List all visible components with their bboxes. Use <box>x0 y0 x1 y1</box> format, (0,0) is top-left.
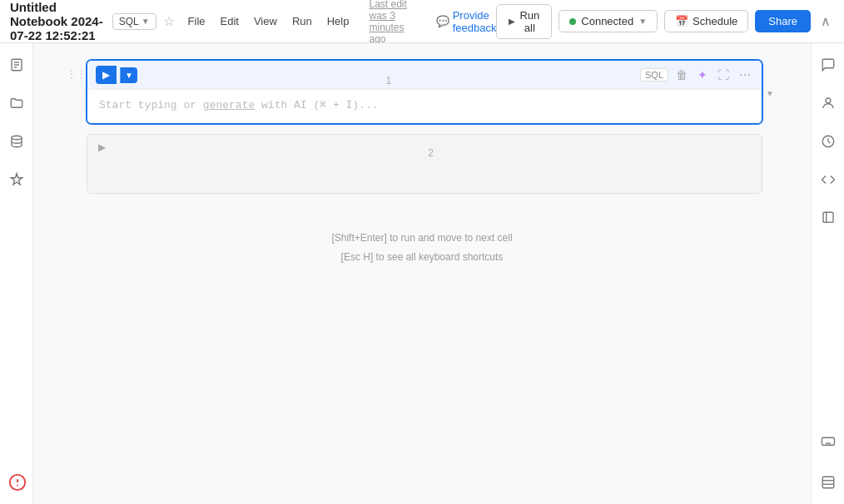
sidebar-icon-history[interactable] <box>817 130 840 153</box>
feedback-link[interactable]: 💬 Provide feedback <box>436 9 497 34</box>
cell-1-number: 1 <box>386 75 392 86</box>
sql-badge-label: SQL <box>119 16 139 27</box>
cell-1-run-dropdown-button[interactable]: ▼ <box>120 67 137 83</box>
notification-icon[interactable] <box>8 473 27 494</box>
generate-link[interactable]: generate <box>203 99 255 111</box>
cell-2-number: 2 <box>428 147 434 159</box>
cell-2-run-button[interactable]: ▶ <box>96 140 108 155</box>
feedback-label: Provide feedback <box>453 9 497 34</box>
menu-view[interactable]: View <box>247 12 284 31</box>
share-label: Share <box>768 15 797 27</box>
cell-hints: [Shift+Enter] to run and move to next ce… <box>67 229 777 267</box>
cell-2-collapse-button[interactable]: ▼ <box>762 159 777 174</box>
sidebar-icon-database[interactable] <box>5 130 28 153</box>
collapse-button[interactable]: ∧ <box>817 10 834 32</box>
star-icon[interactable]: ☆ <box>163 13 175 29</box>
sidebar-icon-layout[interactable] <box>817 471 840 494</box>
cell-1-type-badge: SQL <box>640 68 668 82</box>
menu-edit[interactable]: Edit <box>214 12 246 31</box>
notebook-area: ⋮⋮ ▶ ▼ 1 SQL 🗑 ✦ ⛶ ⋯ <box>33 43 811 504</box>
connected-label: Connected <box>581 15 633 27</box>
cell-drag-handle-1[interactable]: ⋮⋮ <box>67 60 87 80</box>
menu-bar: File Edit View Run Help <box>181 12 356 31</box>
schedule-button[interactable]: 📅 Schedule <box>664 10 748 32</box>
sidebar-icon-library[interactable] <box>817 206 840 230</box>
run-all-label: Run all <box>519 9 539 34</box>
calendar-icon: 📅 <box>675 15 688 27</box>
cell-container-1: ⋮⋮ ▶ ▼ 1 SQL 🗑 ✦ ⛶ ⋯ <box>67 60 777 124</box>
top-bar: Untitled Notebook 2024-07-22 12:52:21 SQ… <box>0 0 844 43</box>
notebook-title: Untitled Notebook 2024-07-22 12:52:21 <box>10 0 106 42</box>
sql-badge-button[interactable]: SQL ▼ <box>112 13 156 30</box>
sidebar-icon-keyboard[interactable] <box>817 429 840 452</box>
cell-2-toolbar: ▶ 2 <box>87 135 762 160</box>
sql-badge-chevron-icon: ▼ <box>141 17 150 26</box>
svg-point-20 <box>17 485 18 487</box>
sidebar-icon-comment[interactable] <box>817 53 840 77</box>
sidebar-icon-folder[interactable] <box>5 91 28 115</box>
cell-1-body[interactable]: Start typing or generate with AI (⌘ + I)… <box>87 90 762 123</box>
menu-help[interactable]: Help <box>320 12 356 31</box>
cell-1-ai-button[interactable]: ✦ <box>695 67 710 83</box>
svg-point-5 <box>826 98 831 103</box>
connected-dot-icon <box>569 18 576 25</box>
sidebar-icon-notebook[interactable] <box>5 53 28 77</box>
cell-2-toolbar-left: ▶ <box>96 140 108 155</box>
cell-1-more-button[interactable]: ⋯ <box>737 67 753 83</box>
svg-rect-15 <box>822 477 834 488</box>
cell-1-run-button[interactable]: ▶ <box>96 66 117 84</box>
menu-file[interactable]: File <box>181 12 212 31</box>
share-button[interactable]: Share <box>755 10 811 32</box>
cell-1-delete-button[interactable]: 🗑 <box>673 67 690 83</box>
cell-1: ▶ ▼ 1 SQL 🗑 ✦ ⛶ ⋯ Start typing o <box>87 60 762 124</box>
top-bar-right: ▶ Run all Connected ▼ 📅 Schedule Share ∧ <box>496 4 834 39</box>
schedule-label: Schedule <box>693 15 737 27</box>
play-icon: ▶ <box>509 17 515 26</box>
cell-1-placeholder: Start typing or generate with AI (⌘ + I)… <box>99 99 379 111</box>
svg-point-4 <box>12 136 22 140</box>
cell-container-2: ⋮⋮ ▶ 2 ▼ <box>67 134 777 194</box>
cell-1-expand-button[interactable]: ⛶ <box>715 67 732 83</box>
connected-chevron-icon: ▼ <box>638 17 647 26</box>
sidebar-icon-sparkle[interactable] <box>5 168 28 191</box>
cell-1-toolbar-left: ▶ ▼ <box>96 66 137 84</box>
hint-1: [Shift+Enter] to run and move to next ce… <box>67 229 777 248</box>
main-layout: ⋮⋮ ▶ ▼ 1 SQL 🗑 ✦ ⛶ ⋯ <box>0 43 844 504</box>
svg-rect-9 <box>822 437 834 445</box>
cell-1-toolbar-right: SQL 🗑 ✦ ⛶ ⋯ <box>640 67 753 83</box>
cell-1-toolbar: ▶ ▼ 1 SQL 🗑 ✦ ⛶ ⋯ <box>87 61 762 90</box>
cell-drag-handle-2[interactable]: ⋮⋮ <box>67 134 87 154</box>
feedback-bubble-icon: 💬 <box>436 15 449 27</box>
menu-run[interactable]: Run <box>285 12 319 31</box>
left-sidebar <box>0 43 33 504</box>
top-bar-left: Untitled Notebook 2024-07-22 12:52:21 SQ… <box>10 0 496 45</box>
run-all-button[interactable]: ▶ Run all <box>496 4 552 39</box>
sidebar-icon-code[interactable] <box>817 168 840 191</box>
sidebar-icon-user[interactable] <box>817 91 840 115</box>
last-edit-info[interactable]: Last edit was 3 minutes ago <box>369 0 420 45</box>
hint-2: [Esc H] to see all keyboard shortcuts <box>67 248 777 267</box>
connected-button[interactable]: Connected ▼ <box>559 10 658 32</box>
cell-2: ▶ 2 <box>87 134 762 194</box>
cell-2-body[interactable] <box>87 160 762 193</box>
right-sidebar <box>811 43 844 504</box>
cell-1-collapse-button[interactable]: ▼ <box>762 85 777 100</box>
